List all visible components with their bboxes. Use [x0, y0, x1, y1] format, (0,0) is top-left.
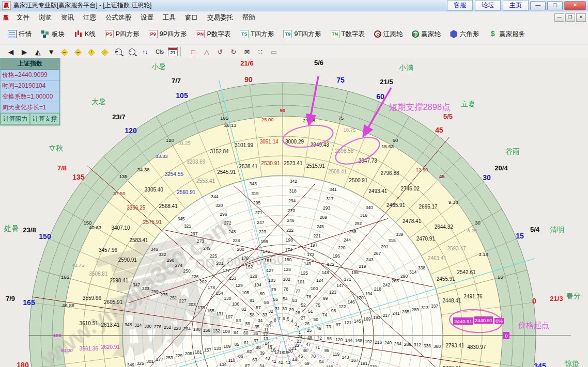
toolbar-9t-square-button[interactable]: T99T四方形 — [281, 28, 323, 40]
close-button[interactable]: ✕ — [564, 1, 586, 10]
spiral-number: 106 — [232, 301, 239, 307]
menu-item-公式选股[interactable]: 公式选股 — [101, 12, 136, 23]
spiral-number: 293 — [323, 205, 330, 211]
homepage-button[interactable]: 主页 — [503, 0, 529, 11]
toolbar-hexagon-button[interactable]: 六角形 — [447, 28, 482, 40]
maximize-button[interactable]: ▢ — [547, 1, 563, 10]
child-minimize-button[interactable]: — — [554, 13, 564, 22]
delete-region-button[interactable]: ⊠ — [241, 46, 253, 57]
spiral-number: 61 — [244, 340, 249, 345]
degree-value: 45 — [439, 173, 445, 179]
step-field[interactable]: 周天变化步长=1 — [1, 102, 59, 113]
spiral-number: 157 — [204, 347, 211, 353]
toolbar-quotes-button[interactable]: 行情 — [5, 28, 34, 40]
price-value: 3305.40 — [145, 187, 164, 193]
outer-label-deg: 60 — [376, 92, 384, 101]
calc-resistance-button[interactable]: 计算阻力 — [1, 113, 30, 125]
price-value: 2560.91 — [177, 189, 196, 195]
spiral-number: 341 — [329, 187, 336, 192]
zoom-in-button[interactable]: + — [112, 46, 125, 57]
spiral-number: 155 — [207, 308, 214, 313]
percent-value: 28.13 — [224, 122, 237, 128]
pan-down-button[interactable]: ↓ — [99, 46, 111, 57]
spiral-number: 134 — [219, 362, 226, 367]
spiral-number: 41 — [271, 359, 276, 364]
spiral-number: 2 — [297, 325, 300, 330]
menu-item-文件[interactable]: 文件 — [12, 12, 34, 23]
spiral-number: 204 — [183, 326, 191, 331]
price-value: 2530.91 — [261, 161, 281, 166]
toolbar-sectors-button[interactable]: 板块 — [38, 28, 67, 40]
menu-item-交易委托[interactable]: 交易委托 — [203, 12, 238, 23]
percent-value: 9.38 — [448, 199, 458, 205]
spiral-number: 246 — [287, 218, 294, 223]
step-forward-button[interactable]: ▶ — [18, 46, 30, 57]
cls-clear-button[interactable]: Cls — [152, 46, 167, 57]
pan-right-button[interactable]: → — [72, 46, 84, 57]
menu-item-工具[interactable]: 工具 — [158, 12, 180, 23]
angle-up-button[interactable]: ◭ — [32, 46, 44, 57]
spiral-number: 289 — [412, 307, 419, 312]
menu-item-江恩[interactable]: 江恩 — [79, 12, 101, 23]
toolbar-kline-button[interactable]: K线 — [71, 28, 98, 40]
toolbar-9p-square-button[interactable]: P99P四方形 — [146, 28, 190, 40]
menu-item-设置[interactable]: 设置 — [136, 12, 158, 23]
spiral-number: 360 — [434, 344, 441, 349]
menu-item-帮助[interactable]: 帮助 — [238, 12, 260, 23]
spiral-number: 241 — [392, 311, 399, 316]
price-value: 2575.91 — [143, 219, 162, 225]
spiral-number: 33 — [262, 312, 268, 317]
spiral-number: 26 — [304, 321, 310, 326]
outer-label-deg: 30 — [483, 173, 491, 182]
toolbar-winner-wheel-button[interactable]: Big赢家轮 — [409, 28, 443, 40]
forum-button[interactable]: 论坛 — [475, 0, 501, 11]
toolbar-gann-wheel-button[interactable]: 江恩轮 — [372, 28, 406, 40]
spiral-number: 152 — [245, 264, 253, 269]
spiral-number: 275 — [161, 292, 168, 297]
rotate-cw-button[interactable]: ↻ — [227, 46, 240, 57]
customer-service-button[interactable]: 客服 — [447, 0, 473, 11]
price-field[interactable]: 价格=2440.9099 — [1, 70, 59, 81]
price-value: 4830.97 — [467, 344, 486, 350]
spiral-number: 221 — [313, 233, 320, 238]
menu-item-浏览[interactable]: 浏览 — [34, 12, 56, 23]
gann-wheel-chart[interactable]: 赢www.yingjia360.comQQ:100800360123456789… — [0, 58, 588, 367]
square-tool-button[interactable]: □ — [187, 46, 199, 57]
updown-marker-button[interactable]: ↑↓ — [139, 46, 151, 57]
gann-wheel-label: 江恩轮 — [383, 30, 403, 39]
step-back-button[interactable]: ◀ — [5, 46, 17, 57]
spiral-number: 312 — [414, 342, 421, 347]
calendar-button[interactable]: 21 — [168, 47, 178, 56]
spiral-number: 151 — [265, 258, 272, 263]
center-align-button[interactable]: ∷ — [254, 46, 267, 57]
stamp-tool-button[interactable]: ▭ — [268, 46, 280, 57]
pan-left-button[interactable]: ← — [58, 46, 71, 57]
toolbar-p-number-table-button[interactable]: PNP数字表 — [193, 28, 233, 40]
spiral-number: 42 — [278, 360, 284, 365]
outer-label-date: 20/4 — [494, 164, 508, 172]
toolbar-t-number-table-button[interactable]: TNT数字表 — [328, 28, 367, 40]
toolbar-p-square-button[interactable]: PSP四方形 — [102, 28, 142, 40]
minimize-button[interactable]: — — [530, 1, 546, 10]
toolbar-t-square-button[interactable]: TST四方形 — [237, 28, 276, 40]
time-field[interactable]: 时间=20190104 — [1, 81, 59, 91]
rotate-ccw-button[interactable]: ↺ — [214, 46, 226, 57]
triangle-tool-button[interactable]: △ — [200, 46, 213, 57]
9t-square-icon: T9 — [283, 30, 292, 38]
spiral-number: 30 — [282, 306, 287, 311]
outer-label-rdate: 7/8 — [57, 164, 67, 172]
outer-label-deg: 120 — [125, 126, 137, 135]
menu-item-资讯[interactable]: 资讯 — [56, 12, 79, 23]
calc-support-button[interactable]: 计算支撑 — [30, 113, 59, 125]
angle-down-button[interactable]: ▼ — [45, 46, 57, 57]
menu-item-窗口[interactable]: 窗口 — [180, 12, 203, 23]
child-restore-button[interactable]: ❐ — [565, 13, 575, 22]
spiral-number: 153 — [229, 276, 236, 281]
zoom-out-button[interactable]: − — [126, 46, 138, 57]
child-close-button[interactable]: ✕ — [576, 13, 586, 22]
toolbar-winner-service-button[interactable]: $赢家服务 — [486, 28, 528, 40]
pan-up-button[interactable]: ↑ — [85, 46, 98, 57]
price-value: 3610.51 — [80, 321, 99, 326]
coefficient-field[interactable]: 变换系数=1.00000 — [1, 91, 59, 102]
price-value: 2695.17 — [419, 204, 438, 210]
